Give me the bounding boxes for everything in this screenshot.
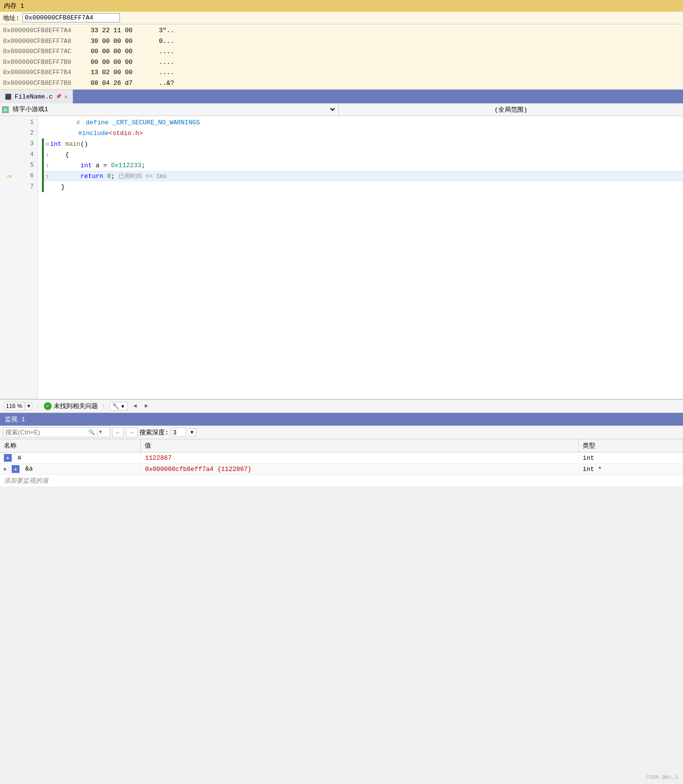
- mem-bytes: 08 04 26 d7: [91, 78, 159, 88]
- add-watch-row[interactable]: 添加要监视的项: [0, 475, 683, 487]
- hex-val-5: 0x112233: [111, 162, 141, 169]
- time-badge-6: 已用时间 <= 1ms: [118, 172, 166, 180]
- mem-addr: 0x000000CFB8EFF7B0: [3, 58, 91, 67]
- line-num-5: 5: [24, 160, 34, 171]
- mem-addr: 0x000000CFB8EFF7B8: [3, 78, 91, 88]
- code-content[interactable]: # define _CRT_SECURE_NO_WARNINGS #includ…: [38, 116, 683, 399]
- type-label-2: int *: [583, 466, 602, 473]
- search-input[interactable]: [3, 428, 86, 437]
- indent-5: [50, 162, 80, 169]
- memory-row: 0x000000CFB8EFF7A433 22 11 003"..: [0, 25, 683, 36]
- memory-panel: 内存 1 地址: 0x000000CFB8EFF7A433 22 11 003"…: [0, 0, 683, 90]
- memory-address-label: 地址:: [3, 14, 20, 22]
- function-dropdown[interactable]: 猜字小游戏1: [11, 105, 336, 114]
- memory-address-input[interactable]: [22, 13, 120, 22]
- watch-var-name-1: a: [18, 454, 21, 461]
- watch-val-1: 1122867: [145, 454, 172, 462]
- col-name: 名称: [0, 439, 141, 452]
- status-icon: ✓ 未找到相关问题: [44, 402, 98, 411]
- memory-rows: 0x000000CFB8EFF7A433 22 11 003".. 0x0000…: [0, 24, 683, 89]
- search-icon[interactable]: 🔍: [86, 428, 97, 436]
- watch-var-name-2: &a: [25, 465, 33, 472]
- scope-label: (全局范围): [339, 104, 683, 115]
- watch-panel: 监视 1 🔍 ▼ ← → 搜索深度: ▼ 名称 值 类型: [0, 413, 683, 487]
- code-area: ⇒ 1 2 3 4 5 6 7: [0, 116, 683, 399]
- editor-tab-bar: ⬛ FileName.c 📌 ✕: [0, 90, 683, 103]
- line-num-4: 4: [24, 149, 34, 160]
- zoom-dropdown-arrow[interactable]: ▼: [25, 403, 32, 410]
- green-bar-6: [42, 171, 44, 181]
- code-line-1: # define _CRT_SECURE_NO_WARNINGS: [42, 117, 683, 128]
- hash-1: #: [46, 119, 84, 126]
- include-kw: #include: [78, 130, 108, 137]
- nav-right-arrow[interactable]: ►: [143, 402, 150, 411]
- memory-title-bar: 内存 1: [0, 0, 683, 12]
- green-bar-7: [42, 181, 44, 192]
- var-icon-2: ◈: [12, 465, 20, 473]
- editor-tab[interactable]: ⬛ FileName.c 📌 ✕: [0, 90, 73, 103]
- expand-arrow-2[interactable]: ▶: [4, 467, 7, 472]
- dot-5: ↴: [46, 162, 49, 169]
- add-watch-cell[interactable]: 添加要监视的项: [0, 475, 683, 487]
- zoom-input[interactable]: [4, 402, 24, 411]
- search-forward-button[interactable]: →: [126, 428, 137, 437]
- green-bar-5: [42, 160, 44, 171]
- watch-type-1: int: [579, 452, 683, 464]
- status-bar: ▼ | ✓ 未找到相关问题 | 🔧 ▼ ◄ ►: [0, 399, 683, 413]
- code-line-5: ↴ int a = 0x112233 ;: [42, 160, 683, 171]
- memory-row: 0x000000CFB8EFF7B413 02 00 00....: [0, 67, 683, 78]
- func-name-3: main: [65, 140, 80, 148]
- var-icon-1: ◈: [4, 454, 12, 462]
- arrow-column: ⇒: [0, 116, 14, 399]
- tab-pin-icon: 📌: [56, 94, 61, 99]
- parens-3: (): [80, 140, 88, 148]
- line-num-2: 2: [24, 128, 34, 138]
- brace-close-7: }: [46, 183, 65, 191]
- tab-close-button[interactable]: ✕: [64, 94, 68, 100]
- line-num-1: 1: [24, 117, 34, 128]
- mem-chars: ....: [159, 47, 174, 57]
- search-back-button[interactable]: ←: [112, 428, 124, 437]
- semi-6: ;: [111, 173, 115, 180]
- nav-left-arrow[interactable]: ◄: [132, 402, 139, 411]
- memory-address-bar: 地址:: [0, 12, 683, 24]
- watch-table: 名称 值 类型 ◈ a 1122867 int: [0, 439, 683, 487]
- mem-chars: ....: [159, 58, 174, 67]
- depth-dropdown-button[interactable]: ▼: [188, 428, 196, 436]
- watch-type-2: int *: [579, 464, 683, 475]
- csdn-watermark: CSDN @mc_1: [646, 774, 678, 780]
- macro-name: _CRT_SECURE_NO_WARNINGS: [113, 119, 200, 126]
- dot-6: ↴: [46, 173, 49, 179]
- func-icon: ⊞: [2, 106, 9, 113]
- semi-5: ;: [141, 162, 145, 169]
- watch-name-2: ▶ ◈ &a: [0, 464, 141, 475]
- code-line-7: }: [42, 181, 683, 192]
- kw-int-3: int: [50, 140, 65, 148]
- mem-chars: 3"..: [159, 26, 174, 36]
- code-line-4: ↴ {: [42, 149, 683, 160]
- current-line-arrow: ⇒: [6, 171, 12, 181]
- mem-addr: 0x000000CFB8EFF7AC: [3, 47, 91, 57]
- status-sep-2: |: [102, 403, 106, 410]
- define-kw: define: [86, 119, 113, 126]
- line-numbers: 1 2 3 4 5 6 7: [14, 116, 38, 399]
- search-dropdown-button[interactable]: ▼: [97, 429, 103, 436]
- wrench-button[interactable]: 🔧 ▼: [110, 402, 128, 411]
- watch-row-1: ◈ a 1122867 int: [0, 452, 683, 464]
- brace-open-4: {: [50, 151, 69, 158]
- line-num-3: 3: [24, 138, 34, 149]
- memory-title: 内存 1: [4, 2, 24, 10]
- zoom-control[interactable]: ▼: [4, 402, 32, 411]
- function-selector[interactable]: ⊞ 猜字小游戏1: [0, 103, 339, 116]
- mem-bytes: 30 00 00 00: [91, 37, 159, 46]
- tab-filename: FileName.c: [15, 93, 53, 100]
- depth-input[interactable]: [171, 428, 186, 437]
- include-file: <stdio.h>: [109, 130, 143, 137]
- code-line-3: ⊟ int main (): [42, 138, 683, 149]
- line-num-6: 6: [24, 171, 34, 181]
- mem-chars: ....: [159, 68, 174, 78]
- memory-row: 0x000000CFB8EFF7A830 00 00 000...: [0, 36, 683, 47]
- search-box[interactable]: 🔍 ▼: [3, 427, 110, 437]
- status-text: 未找到相关问题: [54, 402, 98, 411]
- status-sep-1: |: [36, 403, 40, 410]
